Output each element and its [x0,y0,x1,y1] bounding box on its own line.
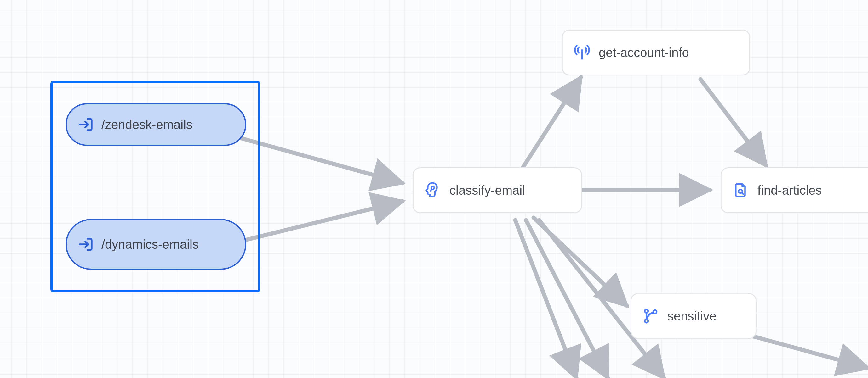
edge-classify-account [518,77,581,175]
edge-classify-bottom1 [515,220,576,378]
edge-dynamics-classify [239,201,403,242]
step-node-label: sensitive [668,309,716,323]
input-arrow-icon [78,236,94,253]
input-node-label: /zendesk-emails [101,117,192,132]
edge-sensitive-right [751,336,868,368]
edge-classify-bottom2 [526,220,608,378]
edge-zendesk-classify [239,138,403,183]
input-arrow-icon [78,116,94,133]
brain-head-icon [424,182,441,199]
step-node-label: find-articles [757,183,822,198]
input-node-dynamics[interactable]: /dynamics-emails [65,219,246,270]
input-node-label: /dynamics-emails [101,237,199,251]
edge-classify-sensitive [533,218,627,306]
edge-account-articles [701,79,766,165]
step-node-label: get-account-info [599,45,689,60]
step-node-find-articles[interactable]: find-articles [721,167,868,213]
workflow-canvas[interactable]: /zendesk-emails /dynamics-emails classif… [0,0,868,378]
input-node-zendesk[interactable]: /zendesk-emails [65,103,246,146]
file-search-icon [732,182,749,199]
branch-icon [642,308,659,324]
svg-point-0 [581,49,583,51]
step-node-sensitive[interactable]: sensitive [630,293,756,339]
step-node-classify-email[interactable]: classify-email [412,167,582,213]
step-node-label: classify-email [450,183,525,198]
antenna-icon [574,44,591,61]
step-node-get-account-info[interactable]: get-account-info [562,30,750,75]
